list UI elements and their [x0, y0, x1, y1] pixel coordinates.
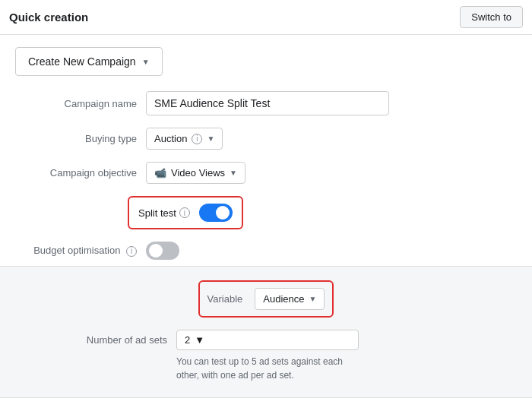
variable-label: Variable: [207, 293, 243, 305]
variable-dropdown[interactable]: Audience ▼: [255, 288, 325, 310]
campaign-objective-dropdown[interactable]: 📹 Video Views ▼: [146, 162, 245, 184]
buying-type-value: Auction: [154, 133, 187, 144]
buying-type-dropdown[interactable]: Auction i ▼: [146, 128, 223, 150]
buying-type-label: Buying type: [15, 133, 137, 144]
num-adsets-helper-text: You can test up to 5 ad sets against eac…: [176, 355, 359, 382]
num-adsets-value: 2: [185, 334, 190, 346]
create-campaign-button[interactable]: Create New Campaign ▼: [15, 47, 163, 76]
split-test-label: Split test i: [138, 207, 190, 219]
budget-optimisation-label: Budget optimisation i: [15, 245, 137, 257]
buying-type-chevron-icon: ▼: [207, 134, 214, 143]
num-adsets-dropdown[interactable]: 2 ▼: [176, 330, 359, 350]
campaign-name-input[interactable]: [146, 91, 389, 115]
num-adsets-right: 2 ▼ You can test up to 5 ad sets against…: [176, 330, 359, 382]
campaign-objective-chevron-icon: ▼: [230, 169, 237, 177]
budget-optimisation-slider: [146, 242, 179, 260]
split-test-row: Split test i: [128, 196, 243, 229]
split-test-slider: [199, 204, 233, 222]
budget-optimisation-toggle[interactable]: [146, 242, 179, 260]
split-test-toggle[interactable]: [199, 204, 233, 222]
buying-type-row: Buying type Auction i ▼: [15, 128, 517, 150]
budget-optimisation-info-icon[interactable]: i: [126, 246, 137, 257]
num-adsets-label: Number of ad sets: [61, 330, 167, 346]
num-adsets-row: Number of ad sets 2 ▼ You can test up to…: [15, 330, 517, 382]
chevron-down-icon: ▼: [142, 58, 150, 66]
campaign-objective-label: Campaign objective: [15, 167, 137, 179]
variable-value: Audience: [263, 293, 304, 305]
quick-creation-title: Quick creation: [9, 11, 88, 24]
main-content: Create New Campaign ▼ Campaign name Buyi…: [0, 35, 532, 410]
create-campaign-label: Create New Campaign: [28, 55, 136, 68]
variable-row: Variable Audience ▼: [198, 280, 334, 318]
switch-to-button[interactable]: Switch to: [460, 6, 523, 28]
num-adsets-chevron-icon: ▼: [195, 334, 204, 346]
top-bar: Quick creation Switch to: [0, 0, 532, 35]
campaign-objective-value: Video Views: [171, 167, 225, 179]
variable-section: Variable Audience ▼ Number of ad sets 2 …: [0, 266, 532, 398]
buying-type-info-icon[interactable]: i: [192, 134, 202, 144]
campaign-form: Campaign name Buying type Auction i ▼ Ca…: [15, 91, 517, 260]
split-test-info-icon[interactable]: i: [179, 207, 190, 218]
campaign-objective-row: Campaign objective 📹 Video Views ▼: [15, 162, 517, 184]
budget-optimisation-row: Budget optimisation i: [15, 242, 517, 260]
variable-chevron-icon: ▼: [309, 295, 317, 303]
campaign-name-row: Campaign name: [15, 91, 517, 115]
video-icon: 📹: [154, 167, 166, 179]
campaign-name-label: Campaign name: [15, 98, 137, 109]
